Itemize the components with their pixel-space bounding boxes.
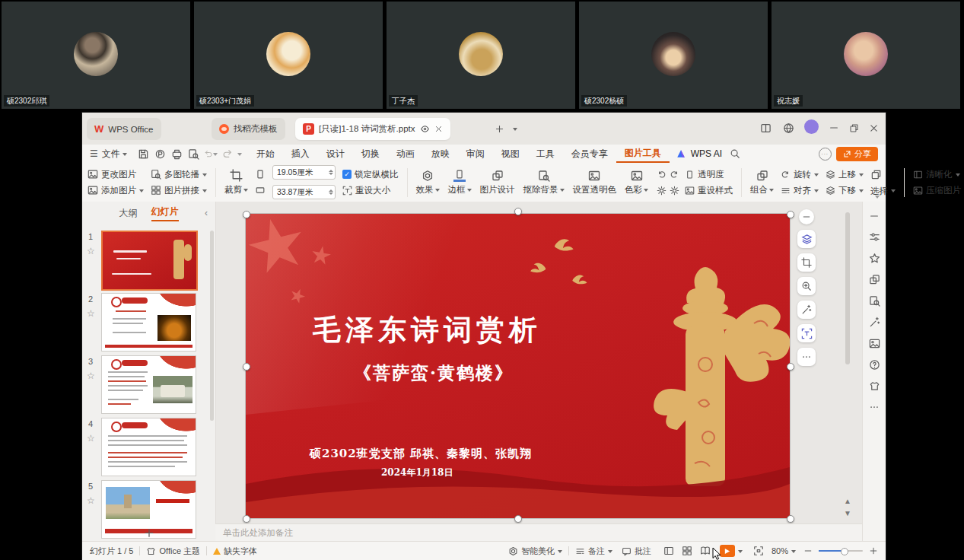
slide-thumbnail[interactable]	[101, 355, 196, 414]
next-slide-button[interactable]: ▼	[842, 509, 853, 517]
star-icon[interactable]: ☆	[87, 246, 95, 256]
extract-text-button[interactable]	[797, 324, 816, 342]
more-tools-button[interactable]	[797, 348, 816, 366]
tab-outline[interactable]: 大纲	[119, 207, 138, 220]
missing-font-warning[interactable]: 缺失字体	[213, 546, 257, 557]
account-avatar[interactable]	[804, 119, 819, 134]
selection-handle[interactable]	[514, 515, 522, 523]
zoom-in-button[interactable]	[869, 546, 878, 555]
notes-button[interactable]: 备注	[575, 546, 612, 557]
close-tab-icon[interactable]	[434, 125, 443, 133]
export-pdf-icon[interactable]	[154, 147, 167, 161]
participant-tile[interactable]: 丁子杰	[387, 2, 575, 109]
undo-icon[interactable]	[204, 147, 218, 161]
properties-icon[interactable]	[869, 231, 880, 243]
set-transparent-button[interactable]: 设置透明色	[573, 170, 617, 196]
border-button[interactable]: 边框	[448, 169, 472, 196]
feedback-icon[interactable]: ···	[818, 147, 832, 161]
selection-handle[interactable]	[243, 515, 250, 523]
smart-beautify-button[interactable]: 智能美化	[508, 546, 562, 557]
rotate-right-icon[interactable]	[670, 170, 679, 180]
crop-button[interactable]: 裁剪	[224, 169, 248, 196]
previous-slide-button[interactable]: ▲	[842, 497, 853, 505]
slideshow-options-chevron-icon[interactable]	[738, 550, 743, 555]
fit-slide-button[interactable]	[753, 546, 764, 556]
slide-item-3[interactable]: 3 ☆	[82, 355, 215, 415]
print-icon[interactable]	[170, 147, 184, 161]
add-slide-button[interactable]	[143, 527, 154, 542]
collapse-panel-icon[interactable]: ‹	[205, 208, 208, 218]
align-button[interactable]: 对齐	[781, 185, 819, 196]
wps-ai-icon[interactable]	[674, 147, 688, 161]
restore-button[interactable]	[846, 120, 861, 135]
participant-tile[interactable]: 硕2302杨硕	[579, 2, 768, 109]
notes-bar[interactable]: 单击此处添加备注	[215, 523, 862, 541]
slide-item-2[interactable]: 2 ☆	[82, 293, 215, 352]
menu-file[interactable]: 文件	[98, 145, 135, 162]
close-button[interactable]	[866, 120, 881, 135]
slide-item-4[interactable]: 4 ☆	[82, 418, 215, 477]
tab-slides[interactable]: 幻灯片	[151, 205, 179, 221]
zoom-out-button[interactable]	[803, 546, 813, 555]
resources-star-icon[interactable]	[869, 253, 880, 264]
crop-tool-button[interactable]	[797, 253, 816, 272]
transparency-button[interactable]: 透明度	[685, 169, 724, 180]
selection-handle[interactable]	[787, 515, 794, 523]
move-up-button[interactable]: 上移	[826, 169, 864, 180]
panel-scrollbar[interactable]	[210, 231, 214, 421]
theme-indicator[interactable]: Office 主题	[146, 546, 200, 557]
brightness-up-icon[interactable]	[657, 186, 667, 196]
color-button[interactable]: 色彩	[625, 170, 648, 196]
slide-thumbnail[interactable]	[101, 231, 198, 291]
width-input[interactable]: 19.05厘米	[272, 165, 336, 180]
slide-subtitle[interactable]: 《菩萨蛮·黄鹤楼》	[354, 361, 514, 385]
material-library-icon[interactable]	[869, 295, 880, 307]
menu-item-picture-tools[interactable]: 图片工具	[616, 145, 670, 163]
hamburger-icon[interactable]: ☰	[90, 148, 98, 159]
menu-item-slideshow[interactable]: 放映	[423, 145, 458, 162]
select-button[interactable]: 选择	[870, 186, 896, 196]
beautify-wand-button[interactable]	[797, 301, 816, 319]
participant-tile[interactable]: 硕2303+门茂娟	[194, 2, 383, 109]
redo-icon[interactable]	[221, 147, 234, 161]
selection-handle[interactable]	[787, 363, 794, 371]
remove-background-button[interactable]: 抠除背景	[523, 170, 565, 196]
ribbon-collapse-icon[interactable]	[875, 196, 880, 201]
tab-document[interactable]: P [只读]1-18 诗词赏析.pptx	[295, 118, 450, 140]
height-input[interactable]: 33.87厘米	[272, 185, 336, 199]
split-window-icon[interactable]	[758, 120, 773, 135]
zoom-tool-button[interactable]	[797, 277, 816, 295]
tab-list-chevron-icon[interactable]	[513, 128, 517, 133]
slide-authors[interactable]: 硕2302班党支部 邱祺、秦黎明、张凯翔	[310, 447, 532, 461]
read-mode-icon[interactable]	[420, 124, 430, 134]
normal-view-button[interactable]	[663, 546, 674, 556]
share-button[interactable]: 分享	[836, 147, 878, 161]
comments-button[interactable]: 批注	[622, 546, 651, 557]
selection-handle[interactable]	[787, 211, 794, 218]
tab-wps-home[interactable]: W WPS Office	[87, 118, 161, 140]
selection-pane-icon[interactable]	[870, 169, 882, 180]
sharpen-button[interactable]: 清晰化	[913, 169, 961, 180]
quickbar-chevron-icon[interactable]	[237, 153, 242, 158]
shapes-icon[interactable]	[869, 274, 880, 285]
slide-thumbnail[interactable]	[101, 293, 196, 352]
menu-item-transition[interactable]: 切换	[353, 145, 388, 162]
image-library-icon[interactable]	[869, 338, 880, 349]
selection-handle[interactable]	[514, 208, 522, 215]
selection-handle[interactable]	[243, 363, 250, 371]
menu-item-review[interactable]: 审阅	[458, 145, 493, 162]
slide-date[interactable]: 2024年1月18日	[381, 466, 453, 479]
menu-item-tools[interactable]: 工具	[528, 145, 563, 162]
slide-title[interactable]: 毛泽东诗词赏析	[313, 311, 542, 349]
add-image-button[interactable]: 添加图片	[87, 185, 144, 196]
global-settings-icon[interactable]	[781, 120, 796, 135]
menu-item-animation[interactable]: 动画	[388, 145, 423, 162]
print-preview-icon[interactable]	[187, 147, 201, 161]
participant-tile[interactable]: 祝志媛	[772, 2, 960, 109]
star-icon[interactable]: ☆	[87, 371, 95, 381]
menu-item-start[interactable]: 开始	[248, 145, 283, 162]
menu-item-member[interactable]: 会员专享	[563, 145, 616, 162]
collapse-toolbar-button[interactable]	[799, 209, 814, 224]
reset-size-button[interactable]: 重设大小	[342, 185, 399, 196]
layers-button[interactable]	[797, 230, 816, 248]
